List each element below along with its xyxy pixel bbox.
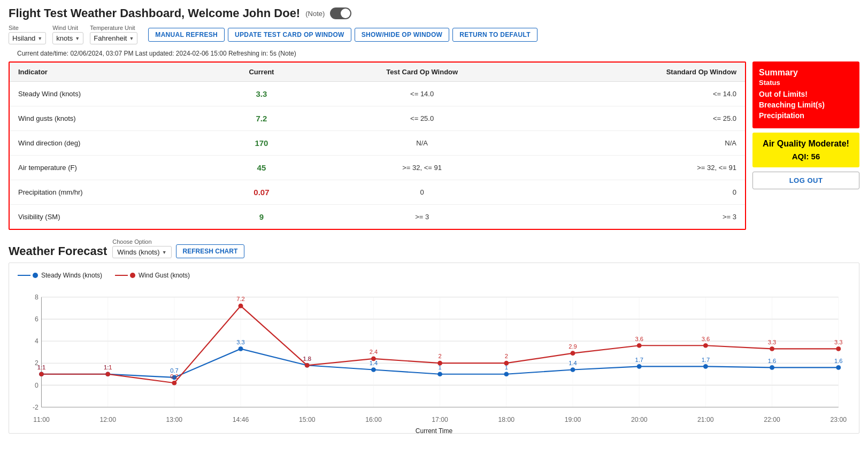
svg-point-74 <box>305 363 310 368</box>
svg-point-70 <box>172 381 176 385</box>
test-card-cell: <= 14.0 <box>313 82 531 106</box>
svg-point-76 <box>371 357 376 361</box>
temp-unit-select[interactable]: Fahrenheit ▼ <box>90 32 137 44</box>
svg-text:11:00: 11:00 <box>33 416 50 423</box>
summary-title: Summary <box>759 68 853 78</box>
temp-unit-chevron-icon: ▼ <box>129 36 134 41</box>
svg-point-82 <box>571 351 575 356</box>
svg-text:19:00: 19:00 <box>565 416 581 423</box>
show-hide-button[interactable]: SHOW/HIDE OP WINDOW <box>355 28 449 42</box>
svg-point-60 <box>703 364 708 369</box>
svg-text:21:00: 21:00 <box>697 416 714 423</box>
site-value: Hsiland <box>12 34 35 42</box>
standard-cell: 0 <box>531 180 745 205</box>
svg-point-66 <box>39 372 44 376</box>
standard-cell: >= 3 <box>531 205 745 229</box>
svg-text:1.4: 1.4 <box>569 360 577 366</box>
manual-refresh-button[interactable]: MANUAL REFRESH <box>148 28 225 42</box>
svg-text:23:00: 23:00 <box>830 416 847 423</box>
col-current: Current <box>210 63 313 82</box>
svg-point-72 <box>239 304 243 309</box>
update-test-card-button[interactable]: UPDATE TEST CARD OP WINDOW <box>228 28 351 42</box>
svg-text:22:00: 22:00 <box>764 416 780 423</box>
standard-cell: <= 14.0 <box>531 82 745 106</box>
svg-point-86 <box>703 343 708 348</box>
svg-point-46 <box>239 346 243 351</box>
svg-text:20:00: 20:00 <box>631 416 648 423</box>
svg-text:0: 0 <box>35 382 39 389</box>
temp-unit-value: Fahrenheit <box>94 34 127 42</box>
indicator-cell: Visibility (SM) <box>10 205 210 229</box>
svg-text:3.6: 3.6 <box>702 336 710 342</box>
forecast-select-value: Winds (knots) <box>117 248 159 256</box>
svg-text:15:00: 15:00 <box>299 416 316 423</box>
current-cell: 3.3 <box>210 82 313 106</box>
wind-unit-value: knots <box>56 34 73 42</box>
svg-point-62 <box>770 365 774 370</box>
svg-point-80 <box>504 361 509 366</box>
dark-mode-toggle[interactable] <box>330 7 351 19</box>
chart-legend: Steady Winds (knots) Wind Gust (knots) <box>18 272 850 279</box>
svg-text:3.3: 3.3 <box>236 339 244 345</box>
standard-cell: >= 32, <= 91 <box>531 156 745 180</box>
summary-box: Summary Status Out of Limits! Breaching … <box>752 61 859 128</box>
svg-text:1.6: 1.6 <box>768 358 776 364</box>
svg-point-68 <box>105 372 110 376</box>
wind-unit-chevron-icon: ▼ <box>75 36 80 41</box>
svg-text:4: 4 <box>35 337 39 345</box>
svg-text:13:00: 13:00 <box>166 416 183 423</box>
svg-point-58 <box>637 364 642 369</box>
standard-cell: <= 25.0 <box>531 106 745 131</box>
svg-text:12:00: 12:00 <box>99 416 116 423</box>
aqi-title: Air Quality Moderate! <box>759 139 853 149</box>
temp-unit-label: Temperature Unit <box>90 25 137 31</box>
indicator-cell: Wind direction (deg) <box>10 131 210 156</box>
summary-status-label: Status <box>759 79 853 87</box>
wind-unit-select[interactable]: knots ▼ <box>52 32 83 44</box>
current-cell: 170 <box>210 131 313 156</box>
chart-area: Steady Winds (knots) Wind Gust (knots) -… <box>9 263 859 434</box>
test-card-cell: >= 3 <box>313 205 531 229</box>
svg-text:0.2: 0.2 <box>170 373 178 380</box>
svg-point-56 <box>571 367 575 372</box>
svg-text:7.2: 7.2 <box>236 296 244 303</box>
table-row: Steady Wind (knots)3.3<= 14.0<= 14.0 <box>10 82 745 106</box>
col-standard: Standard Op Window <box>531 63 745 82</box>
choose-option-label: Choose Option <box>112 238 171 245</box>
svg-text:6: 6 <box>35 315 39 323</box>
table-row: Precipitation (mm/hr)0.0700 <box>10 180 745 205</box>
col-test-card: Test Card Op Window <box>313 63 531 82</box>
summary-item-1: Breaching Limit(s) <box>759 101 853 109</box>
legend-steady-winds: Steady Winds (knots) <box>18 272 102 279</box>
legend-steady-winds-label: Steady Winds (knots) <box>41 272 102 279</box>
indicator-cell: Wind gusts (knots) <box>10 106 210 131</box>
return-default-button[interactable]: RETURN TO DEFAULT <box>452 28 537 42</box>
svg-text:2.9: 2.9 <box>569 343 577 350</box>
forecast-select[interactable]: Winds (knots) ▼ <box>112 246 171 258</box>
site-select[interactable]: Hsiland ▼ <box>9 32 46 44</box>
svg-text:1.7: 1.7 <box>702 357 710 363</box>
aqi-box: Air Quality Moderate! AQI: 56 <box>752 133 859 167</box>
svg-text:3.6: 3.6 <box>635 336 643 342</box>
table-row: Wind gusts (knots)7.2<= 25.0<= 25.0 <box>10 106 745 131</box>
svg-point-90 <box>836 346 841 351</box>
aqi-value: AQI: 56 <box>759 152 853 161</box>
svg-text:1:1: 1:1 <box>37 364 45 371</box>
legend-wind-gust-label: Wind Gust (knots) <box>139 272 190 279</box>
refresh-chart-button[interactable]: REFRESH CHART <box>176 244 245 258</box>
data-table: Indicator Current Test Card Op Window St… <box>9 61 746 230</box>
indicator-cell: Precipitation (mm/hr) <box>10 180 210 205</box>
summary-item-0: Out of Limits! <box>759 90 853 98</box>
wind-unit-label: Wind Unit <box>52 25 83 31</box>
svg-point-52 <box>437 372 442 376</box>
logout-button[interactable]: LOG OUT <box>789 176 823 184</box>
forecast-chevron-icon: ▼ <box>162 250 167 255</box>
svg-text:16:00: 16:00 <box>365 416 382 423</box>
svg-text:8: 8 <box>35 294 39 301</box>
svg-text:2: 2 <box>439 353 442 360</box>
svg-text:3.3: 3.3 <box>768 339 776 345</box>
svg-point-64 <box>836 365 841 370</box>
test-card-cell: 0 <box>313 180 531 205</box>
table-row: Wind direction (deg)170N/AN/A <box>10 131 745 156</box>
status-bar: Current date/time: 02/06/2024, 03:07 PM … <box>9 48 859 61</box>
